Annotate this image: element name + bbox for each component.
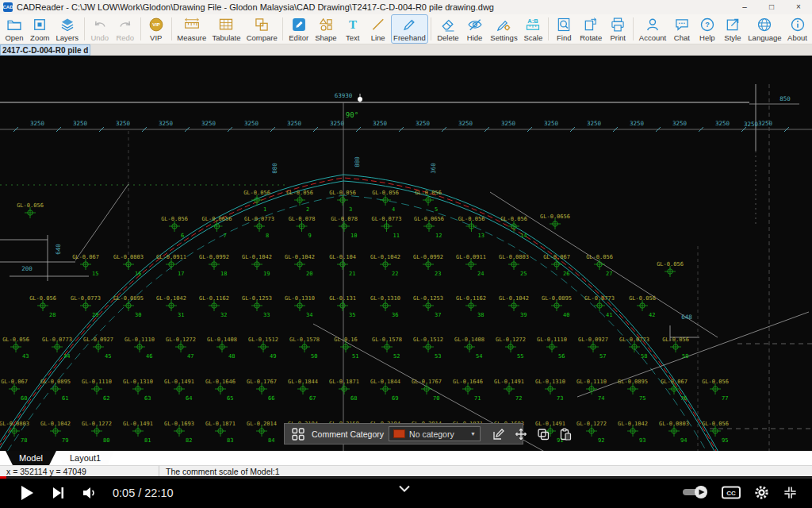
toolbar-button-delete[interactable]: Delete xyxy=(434,14,462,44)
pile-level-label: GL-0.067 xyxy=(1,379,28,385)
toolbar-button-label: Language xyxy=(748,33,781,42)
toolbar-button-print[interactable]: Print xyxy=(605,14,630,44)
pile-number: 35 xyxy=(349,312,355,318)
pile-level-label: GL-0.0773 xyxy=(71,295,101,302)
dimension-text: 3250 xyxy=(744,121,759,128)
span-dimension-label: 3250 xyxy=(544,120,559,127)
pile-number: 79 xyxy=(62,437,68,444)
span-dimension-label: 3250 xyxy=(758,120,773,127)
pile-number: 43 xyxy=(22,353,29,360)
window-title: CADReader - C:\JW LOW\Work\Glodon\Drawin… xyxy=(17,2,731,12)
pile-level-label: GL-0.056 xyxy=(702,421,729,427)
toolbar-button-style[interactable]: Style xyxy=(720,14,745,44)
span-dimension-label: 3250 xyxy=(159,120,174,127)
toolbar-button-vip[interactable]: VIPVIP xyxy=(144,14,169,44)
dimension-text: 360 xyxy=(430,163,437,174)
player-settings-gear-icon[interactable] xyxy=(754,478,769,506)
toolbar-button-open[interactable]: Open xyxy=(2,14,27,44)
pile-level-label: GL-0.0773 xyxy=(372,216,402,222)
pile-level-label: GL-0.1693 xyxy=(164,421,194,427)
toolbar-button-find[interactable]: Find xyxy=(551,14,576,44)
close-button[interactable]: × xyxy=(785,0,812,14)
document-tab[interactable]: 2417-C-D-004-R0 pile d × xyxy=(0,44,90,56)
toolbar-button-account[interactable]: Account xyxy=(636,14,669,44)
toolbar-button-hide[interactable]: Hide xyxy=(462,14,488,44)
maximize-button[interactable]: □ xyxy=(758,0,785,14)
toolbar-button-editor[interactable]: Editor xyxy=(285,14,312,44)
pile-marker: GL-0.0562 xyxy=(286,190,313,213)
span-dimension-label: 3250 xyxy=(672,120,688,127)
sheet-tab-model[interactable]: Model xyxy=(6,451,56,465)
toolbar-button-settings[interactable]: Settings xyxy=(488,14,521,44)
pile-number: 77 xyxy=(722,395,728,402)
copy-comment-icon[interactable] xyxy=(534,425,552,443)
toolbar-button-label: VIP xyxy=(150,33,162,42)
pile-marker: GL-0.151249 xyxy=(248,337,278,360)
toolbar-button-scale[interactable]: A:BScale xyxy=(520,14,546,44)
pile-level-label: GL-0.0992 xyxy=(413,254,443,260)
drawing-canvas[interactable]: 3250325032503250325032503250325032503250… xyxy=(0,56,812,451)
pile-marker: GL-0.104220 xyxy=(285,254,315,277)
pile-number: 28 xyxy=(49,312,56,318)
pile-level-label: GL-0.056 xyxy=(372,190,399,196)
edit-comment-icon[interactable] xyxy=(490,425,508,443)
dimension-text: 648 xyxy=(681,314,692,321)
pile-level-label: GL-0.1272 xyxy=(496,337,526,343)
toolbar-button-redo[interactable]: Redo xyxy=(113,14,138,44)
play-button[interactable] xyxy=(11,479,43,507)
move-comment-icon[interactable] xyxy=(512,425,530,443)
captions-button[interactable]: CC xyxy=(722,478,741,506)
style-icon xyxy=(725,17,741,33)
minimize-button[interactable]: – xyxy=(731,0,758,14)
pile-marker: GL-0.07738 xyxy=(244,216,274,239)
toolbar-button-rotate[interactable]: Rotate xyxy=(576,14,605,44)
pile-number: 81 xyxy=(144,437,151,444)
sheet-tab-layout1[interactable]: Layout1 xyxy=(56,451,114,465)
pile-marker: GL-0.0565 xyxy=(415,190,442,213)
toolbar-button-tabulate[interactable]: Tabulate xyxy=(209,14,243,44)
autoplay-toggle[interactable] xyxy=(681,478,708,506)
folder-icon xyxy=(6,17,22,33)
pile-marker: GL-0.201484 xyxy=(247,421,277,444)
toolbar-button-line[interactable]: Line xyxy=(366,14,391,44)
pile-marker: GL-0.05613 xyxy=(458,216,485,239)
span-dimension-label: 3250 xyxy=(73,120,88,127)
toolbar-button-freehand[interactable]: Freehand xyxy=(391,14,429,44)
toolbar-button-text[interactable]: TText xyxy=(340,14,366,44)
toolbar-button-about[interactable]: About xyxy=(784,14,810,44)
toolbar-button-label: Freehand xyxy=(393,33,426,42)
pile-number: 3 xyxy=(349,206,352,213)
toolbar-button-label: Help xyxy=(699,33,715,42)
pile-level-label: GL-0.1042 xyxy=(618,421,648,427)
toolbar-button-measure[interactable]: Measure xyxy=(174,14,209,44)
pile-level-label: GL-0.1110 xyxy=(537,337,567,343)
category-dropdown[interactable]: No category ▼ xyxy=(389,426,481,441)
toolbar-button-help[interactable]: ?Help xyxy=(695,14,720,44)
pile-level-label: GL-0.16 xyxy=(334,337,358,343)
pile-level-label: GL-0.056 xyxy=(329,190,356,196)
fullscreen-button[interactable] xyxy=(783,478,798,506)
toolbar-button-zoom[interactable]: Zoom xyxy=(27,14,52,44)
volume-icon[interactable] xyxy=(75,479,106,507)
toolbar-button-layers[interactable]: Layers xyxy=(52,14,81,44)
toolbar-button-chat[interactable]: Chat xyxy=(669,14,695,44)
toolbar-button-undo[interactable]: Undo xyxy=(87,14,113,44)
toolbar-button-label: About xyxy=(787,33,807,42)
toolbar-button-label: Redo xyxy=(116,33,134,42)
dimension-text: 850 xyxy=(779,95,791,102)
paste-comment-icon[interactable] xyxy=(557,425,574,443)
toolbar-button-compare[interactable]: Compare xyxy=(243,14,280,44)
status-bar: x = 352114 y = 47049 The comment scale o… xyxy=(0,465,812,476)
toolbar-button-language[interactable]: Language xyxy=(745,14,784,44)
dimension-text: 63930 xyxy=(335,92,353,99)
zoom-frame-icon xyxy=(32,17,48,33)
pile-number: 75 xyxy=(639,395,645,402)
hide-controls-chevron-icon[interactable] xyxy=(398,481,411,495)
next-button[interactable] xyxy=(43,479,75,507)
toolbar-button-label: Compare xyxy=(247,33,278,42)
pile-number: 51 xyxy=(352,353,358,360)
pile-number: 92 xyxy=(598,437,604,444)
category-grid-icon[interactable] xyxy=(289,425,307,443)
pile-level-label: GL-0.1408 xyxy=(454,337,485,343)
toolbar-button-shape[interactable]: Shape xyxy=(312,14,339,44)
